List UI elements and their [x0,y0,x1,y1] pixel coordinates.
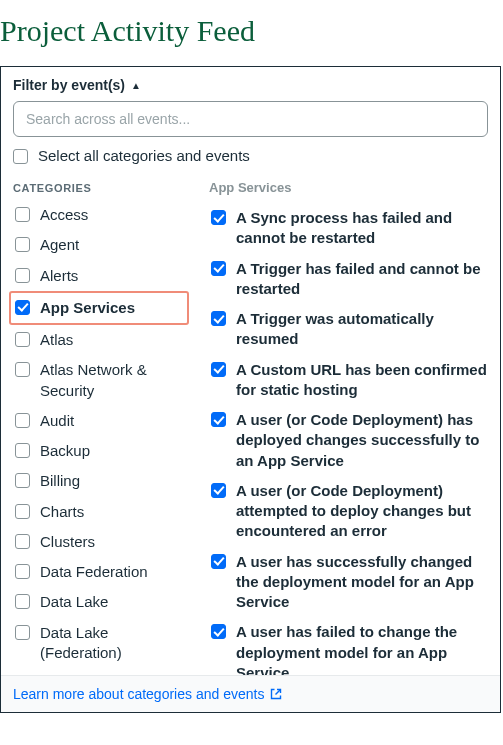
category-label: Agent [40,235,187,255]
filter-label: Filter by event(s) [13,77,125,93]
category-item[interactable]: Agent [13,230,189,260]
event-label: A Trigger has failed and cannot be resta… [236,259,488,300]
category-checkbox[interactable] [15,268,30,283]
panel-footer: Learn more about categories and events [1,675,500,712]
category-item[interactable]: Audit [13,406,189,436]
category-item[interactable]: Data Lake (Federation) [13,618,189,669]
category-checkbox[interactable] [15,534,30,549]
select-all-checkbox[interactable] [13,149,28,164]
category-label: Backup [40,441,187,461]
event-item[interactable]: A Trigger was automatically resumed [209,304,490,355]
category-label: Data Lake [40,592,187,612]
event-label: A user (or Code Deployment) attempted to… [236,481,488,542]
category-label: Alerts [40,266,187,286]
search-input[interactable] [26,111,475,127]
event-checkbox[interactable] [211,261,226,276]
category-item[interactable]: Alerts [13,261,189,291]
page-title: Project Activity Feed [0,0,503,66]
category-item[interactable]: Backup [13,436,189,466]
categories-column[interactable]: CATEGORIES AccessAgentAlertsApp Services… [1,170,197,675]
external-link-icon [270,688,282,700]
category-item[interactable]: Data Lake [13,587,189,617]
category-checkbox[interactable] [15,332,30,347]
event-label: A user has failed to change the deployme… [236,622,488,675]
category-item[interactable]: Atlas Network & Security [13,355,189,406]
learn-more-link[interactable]: Learn more about categories and events [13,686,282,702]
columns: CATEGORIES AccessAgentAlertsApp Services… [1,170,500,675]
event-checkbox[interactable] [211,624,226,639]
category-label: Clusters [40,532,187,552]
category-checkbox[interactable] [15,362,30,377]
category-checkbox[interactable] [15,207,30,222]
category-label: Atlas [40,330,187,350]
categories-heading: CATEGORIES [13,182,189,194]
category-item[interactable]: Maintenance [13,668,189,675]
category-item[interactable]: Data Federation [13,557,189,587]
event-item[interactable]: A Trigger has failed and cannot be resta… [209,254,490,305]
category-label: Charts [40,502,187,522]
category-checkbox[interactable] [15,564,30,579]
select-all-label: Select all categories and events [38,147,250,164]
category-checkbox[interactable] [15,473,30,488]
search-field-wrap[interactable] [13,101,488,137]
category-label: App Services [40,298,183,318]
category-item[interactable]: Charts [13,497,189,527]
event-label: A Sync process has failed and cannot be … [236,208,488,249]
event-label: A user (or Code Deployment) has deployed… [236,410,488,471]
event-item[interactable]: A user (or Code Deployment) attempted to… [209,476,490,547]
event-checkbox[interactable] [211,311,226,326]
event-checkbox[interactable] [211,554,226,569]
category-item[interactable]: Access [13,200,189,230]
collapse-icon: ▲ [131,80,141,91]
event-label: A user has successfully changed the depl… [236,552,488,613]
category-item[interactable]: Atlas [13,325,189,355]
category-checkbox[interactable] [15,625,30,640]
event-checkbox[interactable] [211,483,226,498]
event-label: A Trigger was automatically resumed [236,309,488,350]
event-checkbox[interactable] [211,412,226,427]
category-item[interactable]: Clusters [13,527,189,557]
events-column[interactable]: App Services A Sync process has failed a… [197,170,500,675]
filter-panel: Filter by event(s) ▲ Select all categori… [0,66,501,713]
category-label: Audit [40,411,187,431]
category-item[interactable]: Billing [13,466,189,496]
select-all-row[interactable]: Select all categories and events [13,147,488,164]
event-item[interactable]: A user (or Code Deployment) has deployed… [209,405,490,476]
event-checkbox[interactable] [211,362,226,377]
category-checkbox[interactable] [15,300,30,315]
category-item[interactable]: App Services [9,291,189,325]
category-checkbox[interactable] [15,594,30,609]
category-label: Billing [40,471,187,491]
events-heading: App Services [209,180,490,195]
category-label: Maintenance [40,673,187,675]
event-label: A Custom URL has been confirmed for stat… [236,360,488,401]
filter-header[interactable]: Filter by event(s) ▲ [13,77,488,93]
event-checkbox[interactable] [211,210,226,225]
category-checkbox[interactable] [15,504,30,519]
event-item[interactable]: A Custom URL has been confirmed for stat… [209,355,490,406]
category-checkbox[interactable] [15,237,30,252]
event-item[interactable]: A user has failed to change the deployme… [209,617,490,675]
learn-more-label: Learn more about categories and events [13,686,264,702]
event-item[interactable]: A user has successfully changed the depl… [209,547,490,618]
category-checkbox[interactable] [15,443,30,458]
category-checkbox[interactable] [15,413,30,428]
category-label: Data Lake (Federation) [40,623,187,664]
category-label: Data Federation [40,562,187,582]
category-label: Access [40,205,187,225]
event-item[interactable]: A Sync process has failed and cannot be … [209,203,490,254]
panel-top: Filter by event(s) ▲ Select all categori… [1,67,500,170]
category-label: Atlas Network & Security [40,360,187,401]
